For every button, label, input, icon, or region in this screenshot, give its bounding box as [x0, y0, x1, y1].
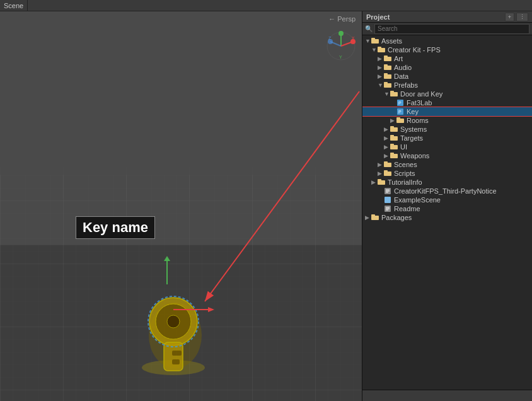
tree-item-door-key[interactable]: ▼Door and Key	[362, 90, 532, 98]
tree-item-audio[interactable]: ▶Audio	[362, 63, 532, 72]
tree-item-example-scene[interactable]: ExampleScene	[362, 195, 532, 204]
svg-rect-40	[384, 83, 391, 88]
svg-rect-21	[164, 342, 183, 371]
panel-menu-button[interactable]: ⋮	[516, 13, 528, 21]
svg-rect-59	[384, 161, 388, 163]
svg-point-9	[338, 31, 344, 36]
svg-rect-48	[396, 119, 404, 123]
tree-item-rooms[interactable]: ▶Rooms	[362, 116, 532, 125]
tree-item-icon-folder	[384, 73, 393, 80]
tree-item-icon-folder	[390, 134, 399, 142]
tree-item-label: Systems	[400, 125, 427, 133]
tree-arrow: ▶	[365, 214, 371, 221]
tree-arrow: ▼	[378, 82, 384, 88]
tree-item-label: Fat3Lab	[407, 99, 432, 107]
tree-item-ui[interactable]: ▶UI	[362, 142, 532, 151]
scene-tab-label: Scene	[4, 2, 23, 9]
search-bar: 🔍	[362, 23, 532, 35]
tree-item-assets[interactable]: ▼Assets	[362, 37, 532, 45]
tree-item-packages[interactable]: ▶Packages	[362, 213, 532, 222]
tree-item-label: Creator Kit - FPS	[388, 46, 441, 54]
transform-x-handle	[173, 305, 217, 315]
viewport[interactable]: ← Persp Y X Z	[0, 11, 362, 401]
key-name-label: Key name	[76, 216, 155, 239]
svg-rect-54	[390, 145, 398, 149]
svg-rect-30	[371, 39, 379, 44]
search-input[interactable]	[374, 24, 529, 34]
tree-item-weapons[interactable]: ▶Weapons	[362, 151, 532, 160]
panel-controls: + ⋮	[505, 13, 528, 21]
search-icon: 🔍	[365, 25, 373, 32]
tree-item-fat3lab[interactable]: PFat3Lab	[362, 98, 532, 107]
tree-item-icon-folder	[390, 143, 399, 151]
tree-arrow: ▶	[384, 135, 390, 141]
key-object	[136, 276, 211, 378]
svg-rect-60	[384, 171, 391, 176]
tree-item-scenes[interactable]: ▶Scenes	[362, 160, 532, 169]
svg-rect-38	[384, 74, 391, 79]
svg-marker-27	[164, 256, 170, 261]
svg-rect-22	[172, 351, 182, 356]
svg-rect-63	[378, 179, 381, 181]
tree-item-icon-folder	[396, 117, 405, 124]
tree-item-label: Data	[394, 73, 408, 80]
tree-item-tutorial-info[interactable]: ▶TutorialInfo	[362, 178, 532, 187]
tree-item-icon-prefab: P	[396, 108, 405, 115]
svg-text:Y: Y	[339, 55, 342, 59]
tree-item-creator-kit[interactable]: ▼Creator Kit - FPS	[362, 45, 532, 54]
tree-item-prefabs[interactable]: ▼Prefabs	[362, 81, 532, 90]
tree-item-label: Assets	[381, 37, 402, 45]
svg-rect-53	[390, 135, 394, 137]
top-bar: Scene	[0, 0, 532, 11]
svg-rect-62	[378, 180, 385, 185]
tree-arrow: ▶	[384, 126, 390, 132]
tree-item-label: Scenes	[394, 161, 417, 168]
svg-rect-41	[384, 82, 388, 84]
tree-arrow: ▶	[390, 117, 396, 124]
tree-arrow: ▼	[371, 47, 378, 53]
svg-rect-56	[390, 154, 398, 158]
svg-rect-52	[390, 136, 398, 141]
svg-rect-39	[384, 73, 388, 75]
file-tree: ▼Assets▼Creator Kit - FPS▶Art▶Audio▶Data…	[362, 35, 532, 390]
svg-rect-61	[384, 170, 388, 172]
tree-item-targets[interactable]: ▶Targets	[362, 134, 532, 142]
tree-item-readme[interactable]: Readme	[362, 204, 532, 213]
project-panel: Project + ⋮ 🔍 ▼Assets▼Creator Kit - FPS▶…	[362, 11, 532, 401]
tree-item-art[interactable]: ▶Art	[362, 54, 532, 63]
tree-item-icon-folder	[384, 161, 393, 168]
svg-rect-50	[390, 127, 398, 132]
tree-item-scripts[interactable]: ▶Scripts	[362, 169, 532, 178]
bottom-panel	[362, 390, 532, 401]
tree-item-data[interactable]: ▶Data	[362, 72, 532, 81]
tree-item-systems[interactable]: ▶Systems	[362, 125, 532, 134]
svg-rect-51	[390, 126, 394, 128]
svg-rect-4	[0, 167, 362, 198]
tree-item-icon-scene	[384, 196, 393, 204]
orientation-gizmo[interactable]: Y X Z	[325, 30, 357, 62]
svg-rect-49	[396, 117, 400, 119]
svg-rect-43	[390, 91, 394, 93]
scene-tab[interactable]: Scene	[0, 0, 28, 11]
svg-text:X: X	[352, 36, 355, 40]
tree-arrow: ▶	[384, 153, 390, 159]
tree-item-icon-folder	[390, 125, 399, 133]
orientation-gizmo-svg: Y X Z	[325, 30, 357, 62]
tree-item-icon-folder	[384, 64, 393, 71]
svg-rect-57	[390, 153, 394, 154]
tree-item-icon-folder	[384, 170, 393, 177]
tree-item-icon-folder	[378, 46, 386, 54]
svg-rect-58	[384, 163, 391, 167]
tree-item-label: UI	[400, 143, 407, 151]
svg-rect-68	[385, 197, 391, 203]
svg-rect-32	[378, 48, 385, 52]
svg-rect-33	[378, 47, 381, 49]
transform-y-handle	[161, 256, 173, 288]
tree-arrow: ▶	[378, 170, 384, 177]
tree-item-creator-notice[interactable]: CreatorKitFPS_Third-PartyNotice	[362, 187, 532, 195]
tree-item-label: Weapons	[400, 152, 429, 160]
tree-item-key[interactable]: PKey	[362, 107, 532, 116]
panel-add-button[interactable]: +	[505, 13, 514, 21]
tree-item-label: Scripts	[394, 170, 415, 177]
tree-item-label: TutorialInfo	[388, 178, 422, 186]
